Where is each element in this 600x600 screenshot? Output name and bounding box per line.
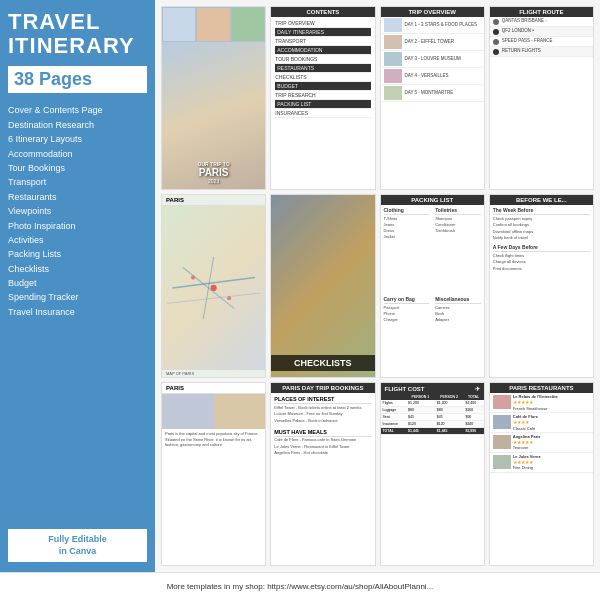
sidebar-title: TRAVELITINERARY <box>8 10 147 58</box>
restaurant-row-0: Le Relais de l'Entrecôte ★★★★★ French St… <box>490 393 593 413</box>
flight-route-header: FLIGHT ROUTE <box>490 7 593 17</box>
feature-item: Travel Insurance <box>8 305 147 319</box>
overview-row-2: DAY 3 - LOUVRE MUSEUM <box>381 51 484 68</box>
flight-row-3: RETURN FLIGHTS <box>490 47 593 57</box>
card-daytrip-bookings: PARIS DAY TRIP BOOKINGS PLACES OF INTERE… <box>270 382 375 566</box>
card-contents: CONTENTS TRIP OVERVIEW DAILY ITINERARIES… <box>270 6 375 190</box>
packing-item: Toothbrush <box>435 227 481 233</box>
flight-cost-table: PERSON 1 PERSON 2 TOTAL Flights $1,200 $… <box>381 394 484 435</box>
left-sidebar: TRAVELITINERARY 38 Pages Cover & Content… <box>0 0 155 572</box>
overview-photo-4 <box>384 86 402 100</box>
contents-item-6: CHECKLISTS <box>275 73 370 82</box>
flight-cost-cell: $120 <box>406 421 435 428</box>
overview-row-4: DAY 5 - MONTMARTRE <box>381 85 484 102</box>
contents-item-4: TOUR BOOKINGS <box>275 55 370 64</box>
checklists-label: CHECKLISTS <box>271 355 374 371</box>
rest-info-2: Angelina Paris ★★★★★ Tearoom <box>513 434 541 451</box>
card-paris-research: PARIS Paris is the capital and most popu… <box>161 382 266 566</box>
packing-section-title-0: Clothing <box>384 206 430 215</box>
card-packing-list: PACKING LIST Clothing T-Shirts Jeans Dre… <box>380 194 485 378</box>
card-trip-overview: TRIP OVERVIEW DAY 1 - 3 STARS & FOOD PLA… <box>380 6 485 190</box>
rest-info-1: Café de Flore ★★★★ Classic Café <box>513 414 538 431</box>
research-text: Paris is the capital and most populous c… <box>162 429 265 450</box>
feature-item: Tour Bookings <box>8 161 147 175</box>
flight-cost-cell: $120 <box>435 421 464 428</box>
overview-text-3: DAY 4 - VERSAILLES <box>405 73 449 79</box>
packing-section-toiletries: Toiletries Shampoo Conditioner Toothbrus… <box>432 205 484 294</box>
packing-section-carryon: Carry on Bag Passport Phone Charger <box>381 294 433 377</box>
packing-item: Charger <box>384 316 430 322</box>
table-row: Luggage $80 $80 $160 <box>381 407 484 414</box>
daytrip-item: Le Jules Verne - Restaurant in Eiffel To… <box>274 443 371 450</box>
card-before-leave: BEFORE WE LE... The Week Before Check pa… <box>489 194 594 378</box>
flight-dot-1 <box>493 29 499 35</box>
overview-photo-0 <box>384 18 402 32</box>
daytrip-meals: MUST HAVE MEALS Café de Flore - Famous c… <box>271 426 374 459</box>
packing-grid: Clothing T-Shirts Jeans Dress Jacket Toi… <box>381 205 484 377</box>
before-item: Check flight times <box>493 252 590 259</box>
checklists-photo: CHECKLISTS <box>271 195 374 377</box>
before-days: A Few Days Before Check flight times Cha… <box>490 242 593 273</box>
flight-cost-total-3: $2,890 <box>463 428 483 435</box>
feature-item: Transport <box>8 175 147 189</box>
svg-point-5 <box>191 276 195 280</box>
overview-text-4: DAY 5 - MONTMARTRE <box>405 90 454 96</box>
map-title: PARIS <box>162 195 265 206</box>
flight-cost-cell: $45 <box>435 414 464 421</box>
research-photo-2 <box>214 394 266 429</box>
packing-section-title-1: Toiletries <box>435 206 481 215</box>
before-title-0: The Week Before <box>493 206 590 215</box>
rest-photo-0 <box>493 395 511 409</box>
rest-photo-2 <box>493 435 511 449</box>
before-item: Notify bank of travel <box>493 235 590 242</box>
overview-row-0: DAY 1 - 3 STARS & FOOD PLACES <box>381 17 484 34</box>
cover-main-photo: OUR TRIP TO PARIS 2023 <box>162 42 265 189</box>
flight-dot-3 <box>493 49 499 55</box>
before-item: Check passport expiry <box>493 215 590 222</box>
rest-info-3: Le Jules Verne ★★★★★ Fine Dining <box>513 454 541 471</box>
preview-grid: OUR TRIP TO PARIS 2023 CONTENTS TRIP OVE… <box>155 0 600 572</box>
feature-item: Photo Inspiration <box>8 219 147 233</box>
flight-cost-cell: $80 <box>435 407 464 414</box>
contents-item-7: BUDGET <box>275 82 370 91</box>
contents-header: CONTENTS <box>271 7 374 17</box>
overview-photo-1 <box>384 35 402 49</box>
map-subtitle: MAP OF PARIS <box>162 370 265 377</box>
flight-text-2: SPEED PASS - FRANCE <box>502 38 553 45</box>
before-header: BEFORE WE LE... <box>490 195 593 205</box>
flight-cost-cell: $240 <box>463 421 483 428</box>
before-item: Download offline maps <box>493 228 590 235</box>
packing-item: Jacket <box>384 233 430 239</box>
packing-section-title-3: Miscellaneous <box>435 295 481 304</box>
feature-list: Cover & Contents Page Destination Resear… <box>8 103 147 319</box>
flight-row-0: QANTAS BRISBANE - <box>490 17 593 27</box>
flight-dot-0 <box>493 19 499 25</box>
feature-item: Accommodation <box>8 147 147 161</box>
daytrip-item: Eiffel Tower - Book tickets online at le… <box>274 404 371 411</box>
map-svg <box>162 206 265 370</box>
card-flight-cost: FLIGHT COST ✈ PERSON 1 PERSON 2 TOTAL <box>380 382 485 566</box>
right-content: OUR TRIP TO PARIS 2023 CONTENTS TRIP OVE… <box>155 0 600 572</box>
research-photo-1 <box>162 394 214 429</box>
overview-photo-3 <box>384 69 402 83</box>
cover-city: PARIS <box>199 167 229 178</box>
flight-cost-cell: $80 <box>406 407 435 414</box>
flight-text-3: RETURN FLIGHTS <box>502 48 541 55</box>
restaurants-header: PARIS RESTAURANTS <box>490 383 593 393</box>
trip-overview-header: TRIP OVERVIEW <box>381 7 484 17</box>
daytrip-item: Versailles Palace - Book in advance <box>274 417 371 424</box>
feature-item: Checklists <box>8 262 147 276</box>
card-paris-map: PARIS MAP OF PARIS <box>161 194 266 378</box>
restaurant-row-3: Le Jules Verne ★★★★★ Fine Dining <box>490 453 593 473</box>
flight-routes: QANTAS BRISBANE - QF2 LONDON • SPEED PAS… <box>490 17 593 57</box>
flight-cost-cell: Insurance <box>381 421 407 428</box>
cover-year: 2023 <box>208 178 219 184</box>
overview-text-0: DAY 1 - 3 STARS & FOOD PLACES <box>405 22 478 28</box>
contents-item-1: DAILY ITINERARIES <box>275 28 370 37</box>
photo-box-3 <box>231 7 265 42</box>
svg-point-6 <box>227 296 231 300</box>
contents-list: TRIP OVERVIEW DAILY ITINERARIES TRANSPOR… <box>271 17 374 120</box>
contents-item-8: TRIP RESEARCH <box>275 91 370 100</box>
contents-item-10: INSURANCES <box>275 109 370 118</box>
svg-line-3 <box>167 293 260 303</box>
